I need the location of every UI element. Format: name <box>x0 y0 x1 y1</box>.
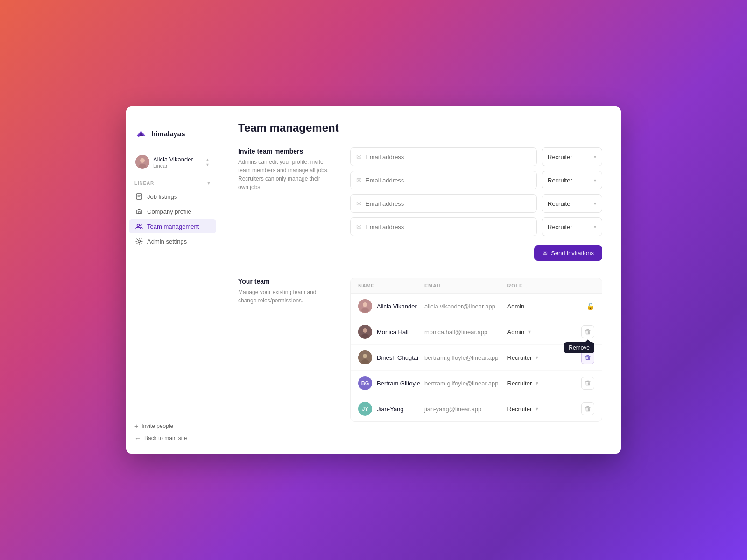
col-email: EMAIL <box>424 283 507 288</box>
email-cell: jian-yang@linear.app <box>424 406 507 413</box>
svg-point-17 <box>361 359 369 364</box>
delete-button[interactable] <box>581 377 594 390</box>
role-cell: Recruiter ▾ <box>507 379 557 387</box>
team-heading: Your team <box>238 278 331 285</box>
invite-section-info: Invite team members Admins can edit your… <box>238 147 331 261</box>
section-label: LINEAR ▾ <box>126 175 219 189</box>
action-cell: Remove <box>557 325 594 338</box>
member-name: Monica Hall <box>377 329 409 336</box>
company-profile-icon <box>135 208 143 215</box>
email-icon: ✉ <box>356 200 362 207</box>
chevron-down-icon: ▾ <box>594 201 596 206</box>
email-input-wrapper-3[interactable]: ✉ <box>350 194 537 213</box>
avatar: BG <box>358 376 372 390</box>
role-dropdown-button[interactable]: ▾ <box>526 328 533 336</box>
role-select-text: Recruiter <box>548 177 591 184</box>
logo-area: himalayas <box>126 127 219 151</box>
role-select-text: Recruiter <box>548 224 591 231</box>
member-cell: Monica Hall <box>358 325 424 339</box>
sidebar-item-team-management[interactable]: Team management <box>129 219 216 233</box>
member-cell: BG Bertram Gilfoyle <box>358 376 424 390</box>
svg-point-2 <box>140 158 145 163</box>
role-select-text: Recruiter <box>548 200 591 207</box>
sidebar-item-label: Company profile <box>147 208 191 215</box>
invite-row: ✉ Recruiter ▾ <box>350 147 602 166</box>
avatar <box>135 155 149 169</box>
delete-button[interactable] <box>581 325 594 338</box>
svg-point-14 <box>361 334 369 338</box>
member-cell: Dinesh Chugtai <box>358 350 424 364</box>
invite-row: ✉ Recruiter ▾ <box>350 194 602 213</box>
svg-point-11 <box>361 308 369 313</box>
avatar <box>358 325 372 339</box>
svg-point-3 <box>139 164 146 168</box>
user-chevron: ▲ ▼ <box>205 157 210 167</box>
job-listings-icon <box>135 193 143 200</box>
invite-row: ✉ Recruiter ▾ <box>350 171 602 189</box>
role-dropdown-button[interactable]: ▾ <box>534 379 540 387</box>
team-section-info: Your team Manage your existing team and … <box>238 278 331 422</box>
email-input-4[interactable] <box>366 224 531 231</box>
user-org: Linear <box>153 163 202 168</box>
table-row: JY Jian-Yang jian-yang@linear.app Recrui… <box>351 396 602 421</box>
email-input-1[interactable] <box>366 154 531 161</box>
role-select-2[interactable]: Recruiter ▾ <box>542 171 602 189</box>
email-input-3[interactable] <box>366 200 531 207</box>
sidebar-item-job-listings[interactable]: Job listings <box>129 189 216 203</box>
svg-point-16 <box>363 354 367 358</box>
action-cell: 🔒 <box>557 302 594 310</box>
email-input-wrapper-1[interactable]: ✉ <box>350 147 537 166</box>
chevron-down-icon: ▾ <box>594 154 596 160</box>
svg-rect-4 <box>136 194 142 199</box>
page-title: Team management <box>238 121 602 134</box>
table-row: Monica Hall monica.hall@linear.app Admin… <box>351 319 602 345</box>
role-cell: Recruiter ▾ <box>507 405 557 413</box>
chevron-down-icon: ▾ <box>594 178 596 183</box>
svg-point-10 <box>363 302 367 307</box>
team-table-wrapper: NAME EMAIL ROLE ↓ <box>350 278 602 422</box>
invite-fields: ✉ Recruiter ▾ ✉ <box>350 147 602 261</box>
col-role: ROLE ↓ <box>507 283 557 288</box>
role-select-1[interactable]: Recruiter ▾ <box>542 147 602 166</box>
main-content: Team management Invite team members Admi… <box>219 106 621 454</box>
role-dropdown-button[interactable]: ▾ <box>534 353 540 362</box>
team-section: Your team Manage your existing team and … <box>238 278 602 422</box>
member-name: Bertram Gilfoyle <box>377 380 420 387</box>
send-invitations-button[interactable]: ✉ Send invitations <box>534 245 602 261</box>
svg-point-8 <box>138 240 141 243</box>
role-cell: Admin ▾ <box>507 328 557 336</box>
role-dropdown-button[interactable]: ▾ <box>534 405 540 413</box>
back-to-main-link[interactable]: ← Back to main site <box>134 432 211 444</box>
admin-settings-icon <box>135 238 143 245</box>
role-select-4[interactable]: Recruiter ▾ <box>542 217 602 236</box>
invite-people-link[interactable]: + Invite people <box>134 420 211 432</box>
user-name: Alicia Vikander <box>153 156 202 163</box>
svg-point-6 <box>137 224 140 227</box>
user-section[interactable]: Alicia Vikander Linear ▲ ▼ <box>129 151 216 173</box>
chevron-down-icon: ▾ <box>594 224 596 230</box>
arrow-left-icon: ← <box>134 434 141 442</box>
email-icon: ✉ <box>356 176 362 184</box>
avatar <box>358 350 372 364</box>
delete-button[interactable] <box>581 402 594 415</box>
action-cell <box>557 377 594 390</box>
email-input-wrapper-4[interactable]: ✉ <box>350 217 537 236</box>
team-table: NAME EMAIL ROLE ↓ <box>350 278 602 422</box>
member-cell: JY Jian-Yang <box>358 402 424 416</box>
col-actions <box>557 283 594 288</box>
remove-tooltip: Remove <box>564 342 594 353</box>
sidebar-item-admin-settings[interactable]: Admin settings <box>129 234 216 248</box>
sidebar-item-company-profile[interactable]: Company profile <box>129 204 216 218</box>
svg-point-0 <box>138 135 140 137</box>
email-input-2[interactable] <box>366 177 531 184</box>
role-cell: Recruiter ▾ <box>507 353 557 362</box>
email-input-wrapper-2[interactable]: ✉ <box>350 171 537 189</box>
table-row: Alicia Vikander alicia.vikander@linear.a… <box>351 294 602 319</box>
svg-point-7 <box>140 224 141 226</box>
member-name: Alicia Vikander <box>377 303 417 310</box>
member-name: Dinesh Chugtai <box>377 354 418 361</box>
email-cell: alicia.vikander@linear.app <box>424 303 507 310</box>
email-cell: bertram.gilfoyle@linear.app <box>424 354 507 361</box>
role-select-3[interactable]: Recruiter ▾ <box>542 194 602 213</box>
sidebar-item-label: Team management <box>147 223 199 230</box>
